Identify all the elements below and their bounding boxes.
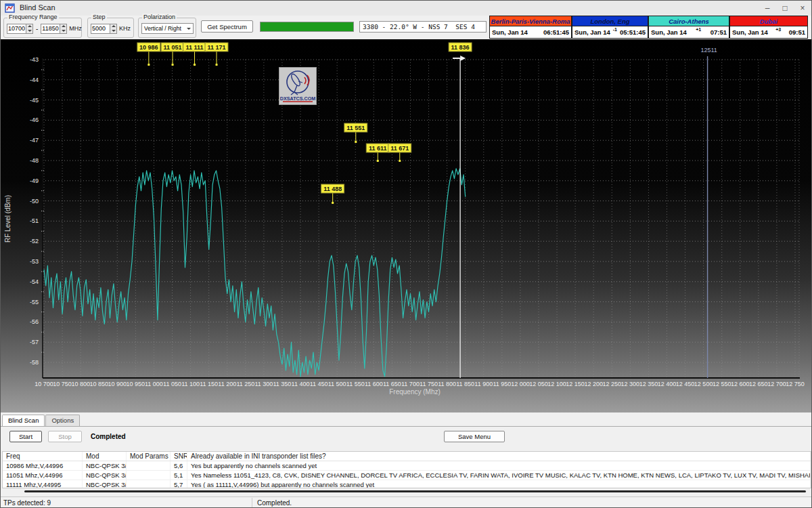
svg-text:-46: -46 [30,117,39,123]
svg-text:-56: -56 [30,318,39,325]
svg-text:11 950: 11 950 [493,381,511,387]
svg-text:10 700: 10 700 [35,381,53,387]
svg-text:-49: -49 [30,177,39,184]
svg-text:11 300: 11 300 [254,381,273,387]
scan-progress-bar [260,22,354,32]
transponder-table[interactable]: FreqModMod ParamsSNRAlready available in… [2,451,811,488]
step-stepper[interactable] [91,24,117,34]
clock-time: 05:51:45 [620,28,646,36]
svg-text:-58: -58 [30,359,39,366]
clock-time-row: Sun, Jan 14-105:51:45 [572,26,648,39]
svg-text:11 600: 11 600 [365,381,383,387]
svg-text:11 000: 11 000 [145,381,163,387]
svg-text:12 450: 12 450 [676,381,695,387]
satellite-position-field[interactable]: 3380 - 22.0° W - NSS 7 SES 4 [359,21,487,33]
frequency-to-stepper[interactable] [41,24,67,34]
svg-text:11 150: 11 150 [200,381,218,387]
clock-utc-offset: +1 [687,27,710,32]
svg-text:12 600: 12 600 [731,381,750,387]
svg-text:10 850: 10 850 [89,381,108,387]
clock-time: 06:51:45 [543,28,569,36]
clock-date: Sun, Jan 14 [732,28,768,36]
polarization-select[interactable]: Vertical / Right [141,23,194,34]
table-cell: 10986 Mhz,V,44996 [3,461,83,470]
spectrum-plot[interactable]: -43-44-45-46-47-48-49-50-51-52-53-54-55-… [1,39,812,412]
svg-text:12 300: 12 300 [621,381,640,387]
svg-text:11 611: 11 611 [369,145,387,152]
svg-text:-48: -48 [30,157,39,164]
stop-button[interactable]: Stop [48,431,82,442]
stepper-arrows-icon[interactable] [26,24,33,34]
maximize-button[interactable]: □ [776,1,794,16]
frequency-from-input[interactable] [7,24,26,34]
scrollbar-thumb[interactable] [24,490,806,492]
svg-text:-44: -44 [30,77,39,83]
svg-text:11 700: 11 700 [401,381,420,387]
svg-text:10 900: 10 900 [108,381,127,387]
frequency-to-input[interactable] [41,24,60,34]
bottom-panel: Blind ScanOptions Start Stop Completed S… [1,412,812,496]
table-cell: NBC-QPSK 3/4 [83,471,127,480]
spectrum-chart[interactable]: -43-44-45-46-47-48-49-50-51-52-53-54-55-… [1,39,812,412]
step-unit-label: KHz [119,25,131,32]
svg-text:11 400: 11 400 [292,381,310,387]
table-row[interactable]: 10986 Mhz,V,44996NBC-QPSK 3/45,6Yes but … [3,461,811,471]
table-horizontal-scrollbar[interactable] [2,489,811,494]
svg-text:-45: -45 [30,97,39,104]
table-cell: NBC-QPSK 3/4 [83,480,127,488]
svg-text:12 350: 12 350 [639,381,658,387]
stepper-arrows-icon[interactable] [60,24,67,34]
tab-blind-scan[interactable]: Blind Scan [2,415,45,426]
svg-text:12 400: 12 400 [658,381,677,387]
step-input[interactable] [91,24,110,34]
table-header-cell: Mod Params [127,452,171,461]
svg-text:11 111: 11 111 [186,44,204,51]
table-cell: Yes but apparently no channels scanned y… [187,461,811,470]
statusbar-completed-label: Completed. [257,499,292,507]
svg-text:-47: -47 [30,137,39,144]
svg-text:11 488: 11 488 [323,186,342,192]
window-title: Blind Scan [20,3,55,12]
table-cell: NBC-QPSK 3/4 [83,461,127,470]
svg-text:11 500: 11 500 [328,381,346,387]
stepper-arrows-icon[interactable] [110,24,117,34]
svg-text:12 750: 12 750 [786,381,805,387]
minimize-button[interactable]: – [759,1,776,16]
svg-text:12 250: 12 250 [603,381,622,387]
svg-text:12 050: 12 050 [529,381,548,387]
close-button[interactable]: × [794,1,811,16]
table-cell [127,471,171,480]
svg-text:11 671: 11 671 [390,145,409,152]
frequency-from-stepper[interactable] [7,24,33,34]
statusbar-separator [252,498,252,508]
tab-divider [1,426,812,427]
tab-options[interactable]: Options [45,415,80,426]
dxsatcs-logo: DXSATCS.COM [279,67,317,105]
table-row[interactable]: 11051 Mhz,V,44996NBC-QPSK 3/45,1Yes Name… [3,471,811,480]
svg-text:11 750: 11 750 [420,381,438,387]
get-spectrum-button[interactable]: Get Spectrum [201,20,253,33]
polarization-value: Vertical / Right [144,25,181,32]
clock-date: Sun, Jan 14 [574,28,610,36]
table-header-cell: SNR [171,452,187,461]
table-cell: 5,6 [171,461,187,470]
svg-text:11 171: 11 171 [208,44,226,51]
svg-text:-51: -51 [30,217,39,224]
blind-scan-window: Blind Scan – □ × Frequency Range - MHz [0,0,812,508]
svg-text:12 100: 12 100 [547,381,566,387]
clock-utc-offset: +3 [768,27,789,32]
table-header-cell: Freq [3,452,83,461]
scan-status-label: Completed [91,433,126,440]
clock-date: Sun, Jan 14 [492,28,528,36]
table-row[interactable]: 11111 Mhz,V,44995NBC-QPSK 3/45,7Yes ( as… [3,480,811,488]
svg-text:-55: -55 [30,299,39,305]
clock-panel: DubaiSun, Jan 14+309:51 [729,16,808,39]
clock-panel: London, EngSun, Jan 14-105:51:45 [572,16,648,39]
svg-text:12 500: 12 500 [694,381,713,387]
start-button[interactable]: Start [9,431,42,442]
clock-city-header: Berlin-Paris-Vienna-Roma [489,16,572,26]
svg-text:11 100: 11 100 [181,381,200,387]
table-cell: 5,1 [171,471,187,480]
save-menu-button[interactable]: Save Menu [444,431,505,442]
svg-text:12 550: 12 550 [713,381,731,387]
